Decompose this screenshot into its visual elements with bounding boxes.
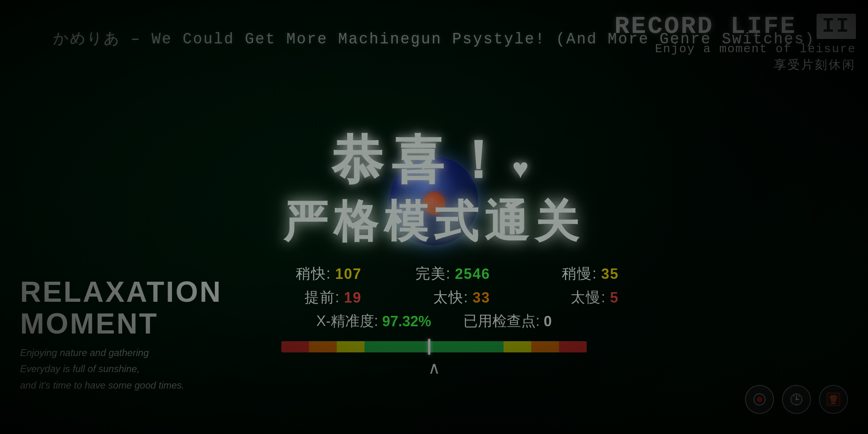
- stat-slightly-slow: 稍慢: 35: [506, 264, 619, 284]
- stat-slightly-fast: 稍快: 107: [249, 264, 362, 284]
- svg-point-7: [796, 399, 797, 400]
- stat-slightly-slow-label: 稍慢:: [562, 264, 597, 284]
- stat-checkpoints-value: 0: [544, 313, 552, 330]
- left-corner-panel: RELAXATION MOMENT Enjoying nature and ga…: [20, 276, 222, 394]
- clock-button[interactable]: [782, 385, 811, 414]
- pb-segment-orange-right: [531, 341, 559, 352]
- record-life-panel: RECORD LIFE II Enjoy a moment of leisure…: [614, 12, 856, 73]
- stat-too-slow-value: 5: [610, 289, 619, 306]
- strict-pass-text: 严格模式通关: [249, 192, 619, 252]
- stat-perfect-value: 2546: [455, 266, 490, 283]
- record-life-subtitle-en: Enjoy a moment of leisure: [614, 42, 856, 56]
- center-content: 恭喜！♥ 严格模式通关 稍快: 107 完美: 2546 稍慢: 35 提前: …: [249, 93, 619, 331]
- stat-checkpoints: 已用检查点: 0: [463, 311, 552, 331]
- stat-early-value: 19: [344, 289, 362, 306]
- stat-x-accuracy: X-精准度: 97.32%: [316, 311, 431, 331]
- stat-perfect: 完美: 2546: [378, 264, 490, 284]
- pb-segment-red-right: [559, 341, 587, 352]
- svg-rect-11: [832, 401, 835, 403]
- record-life-title: RECORD LIFE II: [614, 12, 856, 41]
- progress-bar-container: ∧: [281, 341, 587, 378]
- progress-indicator: [428, 339, 430, 355]
- relaxation-title: RELAXATION MOMENT: [20, 276, 222, 340]
- stat-too-fast-value: 33: [473, 289, 490, 306]
- svg-point-1: [757, 397, 762, 402]
- stat-too-fast: 太快: 33: [378, 288, 490, 307]
- record-button[interactable]: [745, 385, 774, 414]
- pb-segment-green: [364, 341, 503, 352]
- stat-slightly-fast-value: 107: [335, 266, 362, 283]
- stat-too-slow-label: 太慢:: [571, 288, 606, 307]
- heart-icon: ♥: [512, 153, 537, 184]
- stat-x-accuracy-label: X-精准度:: [316, 311, 378, 331]
- trophy-icon: [826, 392, 841, 407]
- pb-segment-yellow-right: [504, 341, 531, 352]
- relaxation-desc: Enjoying nature and gathering Everyday i…: [20, 345, 222, 394]
- pause-badge: II: [817, 14, 856, 39]
- stat-perfect-label: 完美:: [416, 264, 451, 284]
- congratulations-text: 恭喜！♥: [249, 125, 619, 196]
- stat-too-slow: 太慢: 5: [506, 288, 619, 307]
- stats-grid: 稍快: 107 完美: 2546 稍慢: 35 提前: 19 太快: 33 太慢…: [249, 264, 619, 307]
- bottom-right-icons: [745, 385, 848, 414]
- stat-too-fast-label: 太快:: [433, 288, 469, 307]
- stat-checkpoints-label: 已用检查点:: [463, 311, 540, 331]
- clock-icon: [789, 392, 804, 407]
- pb-segment-yellow-left: [337, 341, 364, 352]
- stat-slightly-fast-label: 稍快:: [296, 264, 331, 284]
- trophy-button[interactable]: [819, 385, 848, 414]
- stat-slightly-slow-value: 35: [601, 266, 619, 283]
- stat-early-label: 提前:: [305, 288, 340, 307]
- record-life-subtitle-cn: 享受片刻休闲: [614, 57, 856, 73]
- pb-segment-orange-left: [309, 341, 337, 352]
- record-icon: [752, 392, 767, 407]
- svg-rect-12: [831, 403, 836, 404]
- stat-early: 提前: 19: [249, 288, 362, 307]
- stat-x-accuracy-value: 97.32%: [382, 313, 431, 330]
- stats-bottom-row: X-精准度: 97.32% 已用检查点: 0: [249, 311, 619, 331]
- progress-bar-track: [281, 341, 587, 352]
- pb-segment-red-left: [281, 341, 309, 352]
- progress-arrow[interactable]: ∧: [281, 358, 587, 378]
